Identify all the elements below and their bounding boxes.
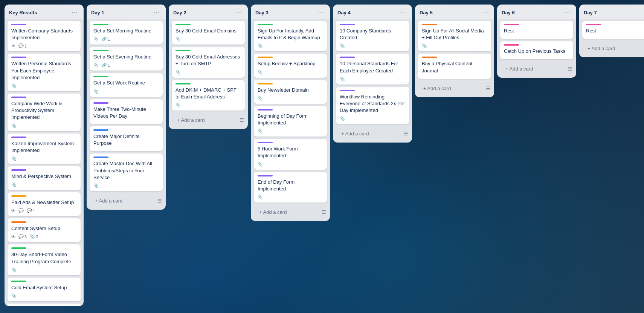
archive-icon-day6[interactable]: ☰ [568, 66, 572, 72]
column-header-day6: Day 6⋯ [497, 5, 576, 19]
card-meta-d2c2: 📎 [175, 70, 241, 75]
card-label-d3c5 [258, 142, 273, 143]
card-meta-item-d1c2-1: 🔗1 [102, 63, 110, 68]
card-d5c2[interactable]: Buy a Physical Content Journal [418, 54, 491, 78]
add-card-button-day6[interactable]: + Add a card [501, 63, 537, 75]
card-d1c2[interactable]: Get a Set Evening Routine📎🔗1 [90, 47, 163, 71]
card-d2c2[interactable]: Buy 30 Cold Email Addresses + Turn on SM… [172, 47, 245, 77]
card-kr1[interactable]: Written Company Standards Implemented👁💬1 [8, 21, 81, 51]
add-card-button-day2[interactable]: + Add a card [172, 114, 209, 126]
card-meta-item-d1c1-1: 🔗1 [102, 37, 110, 41]
column-menu-day5[interactable]: ⋯ [481, 8, 490, 17]
column-header-day7: Day 7⋯ [579, 5, 644, 19]
card-d1c1[interactable]: Get a Set Morning Routine📎🔗1 [90, 21, 163, 44]
card-d4c3[interactable]: Workflow Reminding Everyone of Standards… [336, 87, 409, 124]
card-d3c6[interactable]: End of Day Form Implemented📎 [254, 172, 327, 203]
card-d1c5[interactable]: Create Major Definite Purpose [90, 126, 163, 151]
card-meta-kr8: 📎 [11, 267, 77, 272]
card-d2c1[interactable]: Buy 30 Cold Email Domains📎 [172, 21, 245, 44]
column-menu-day2[interactable]: ⋯ [234, 8, 243, 17]
card-d3c4[interactable]: Beginning of Day Form Implemented📎 [254, 106, 327, 137]
card-title-kr1: Written Company Standards Implemented [11, 28, 77, 41]
card-title-d1c6: Create Master Doc With All Problems/Step… [93, 160, 159, 181]
card-d4c1[interactable]: 10 Company Standards Created📎 [336, 21, 409, 51]
column-day5: Day 5⋯Sign Up For All Social Media + Fil… [415, 5, 494, 97]
archive-icon-day3[interactable]: ☰ [322, 209, 326, 215]
column-header-day2: Day 2⋯ [169, 5, 248, 19]
card-meta-icon-kr2-0: 📎 [11, 83, 17, 88]
add-card-button-day5[interactable]: + Add a card [419, 83, 455, 94]
card-d1c3[interactable]: Get a Set Work Routine📎 [90, 73, 163, 97]
card-title-kr8: 30-Day Short-Form Video Training Program… [11, 251, 77, 265]
card-d3c5[interactable]: 5 Hour Work Form Implemented📎 [254, 139, 327, 169]
card-meta-d1c2: 📎🔗1 [93, 63, 159, 68]
card-title-kr6: Paid Ads & Newsletter Setup [11, 199, 77, 206]
card-kr5[interactable]: Mind & Perspective System📎 [8, 166, 81, 190]
card-kr6[interactable]: Paid Ads & Newsletter Setup👁💬💬1 [8, 192, 81, 216]
card-meta-icon-kr6-0: 👁 [11, 209, 15, 213]
card-d1c4[interactable]: Make Three Two-Minute Videos Per Day [90, 99, 163, 124]
card-d6c2[interactable]: Catch Up on Previous Tasks [500, 41, 573, 59]
archive-icon-day4[interactable]: ☰ [404, 131, 408, 137]
column-header-key-results: Key Results⋯ [5, 5, 84, 19]
card-meta-icon-kr7-2: 📎 [30, 234, 35, 239]
column-menu-day4[interactable]: ⋯ [398, 8, 407, 17]
column-menu-key-results[interactable]: ⋯ [70, 8, 79, 17]
column-menu-day6[interactable]: ⋯ [563, 8, 572, 17]
add-card-button-day3[interactable]: + Add a card [255, 206, 291, 218]
card-meta-item-d1c6-0: 📎 [93, 183, 99, 188]
card-meta-icon-kr7-0: 👁 [11, 235, 15, 239]
add-card-footer-day6: + Add a card☰ [497, 61, 576, 78]
card-meta-icon-kr1-1: 💬 [18, 43, 24, 48]
card-meta-item-kr6-0: 👁 [11, 209, 15, 213]
column-day1: Day 1⋯Get a Set Morning Routine📎🔗1Get a … [87, 5, 166, 210]
card-kr2[interactable]: Written Personal Standards For Each Empl… [8, 54, 81, 91]
card-d6c1[interactable]: Rest [500, 21, 573, 39]
column-menu-day1[interactable]: ⋯ [152, 8, 161, 17]
add-card-button-day7[interactable]: + Add a card [583, 43, 620, 54]
column-title-day3: Day 3 [255, 10, 269, 15]
card-meta-icon-d2c2-0: 📎 [175, 70, 181, 75]
card-d2c3[interactable]: Add DKIM + DMARC + SPF to Each Email Add… [172, 80, 245, 110]
add-card-button-day1[interactable]: + Add a card [90, 195, 127, 207]
card-d3c2[interactable]: Setup Beehiiv + Sparkloop📎 [254, 54, 327, 77]
card-label-d4c2 [340, 57, 355, 58]
card-d1c6[interactable]: Create Master Doc With All Problems/Step… [90, 153, 163, 191]
card-label-kr6 [11, 195, 26, 197]
add-card-button-day4[interactable]: + Add a card [337, 128, 373, 140]
archive-icon-day5[interactable]: ☰ [486, 86, 490, 91]
card-meta-icon-kr4-0: 📎 [11, 156, 17, 161]
card-meta-icon-d4c3-0: 📎 [340, 116, 345, 121]
card-kr8[interactable]: 30-Day Short-Form Video Training Program… [8, 244, 81, 275]
card-label-d3c6 [258, 175, 273, 176]
card-kr7[interactable]: Content System Setup👁💬6📎3 [8, 218, 81, 242]
card-meta-item-d4c3-0: 📎 [340, 116, 345, 121]
column-menu-day3[interactable]: ⋯ [316, 8, 325, 17]
card-kr4[interactable]: Kaizen Improvement System Implemented📎 [8, 133, 81, 164]
card-meta-value-d1c2-1: 1 [108, 63, 110, 68]
card-title-d3c5: 5 Hour Work Form Implemented [258, 146, 323, 159]
card-meta-icon-d3c3-0: 📎 [258, 96, 263, 101]
card-meta-d3c3: 📎 [258, 96, 323, 101]
column-header-day5: Day 5⋯ [415, 5, 494, 19]
card-kr10[interactable]: Prospecting System Setup👁💬💬1 [8, 304, 81, 306]
card-d5c1[interactable]: Sign Up For All Social Media + Fill Out … [418, 21, 491, 51]
column-header-day4: Day 4⋯ [333, 5, 412, 19]
card-title-d1c5: Create Major Definite Purpose [93, 133, 159, 147]
column-day2: Day 2⋯Buy 30 Cold Email Domains📎Buy 30 C… [169, 5, 248, 129]
archive-icon-day2[interactable]: ☰ [240, 117, 244, 123]
card-kr3[interactable]: Company Wide Work & Productivity System … [8, 94, 81, 131]
card-meta-item-kr1-0: 👁 [11, 44, 15, 48]
card-meta-d3c6: 📎 [258, 195, 323, 199]
card-d4c2[interactable]: 10 Personal Standards For Each Employee … [336, 54, 409, 84]
card-title-d6c2: Catch Up on Previous Tasks [504, 48, 569, 55]
card-d3c1[interactable]: Sign Up For Instantly, Add Emails to It … [254, 21, 327, 51]
card-meta-d1c6: 📎 [93, 183, 159, 188]
card-d7c1[interactable]: Rest [582, 21, 644, 39]
column-title-day1: Day 1 [91, 10, 104, 15]
card-title-d1c4: Make Three Two-Minute Videos Per Day [93, 106, 159, 120]
archive-icon-day1[interactable]: ☰ [157, 198, 162, 204]
card-d3c3[interactable]: Buy Newsletter Domain📎 [254, 80, 327, 104]
card-meta-item-d1c1-0: 📎 [93, 37, 99, 41]
card-kr9[interactable]: Cold Email System Setup📎 [8, 278, 81, 301]
